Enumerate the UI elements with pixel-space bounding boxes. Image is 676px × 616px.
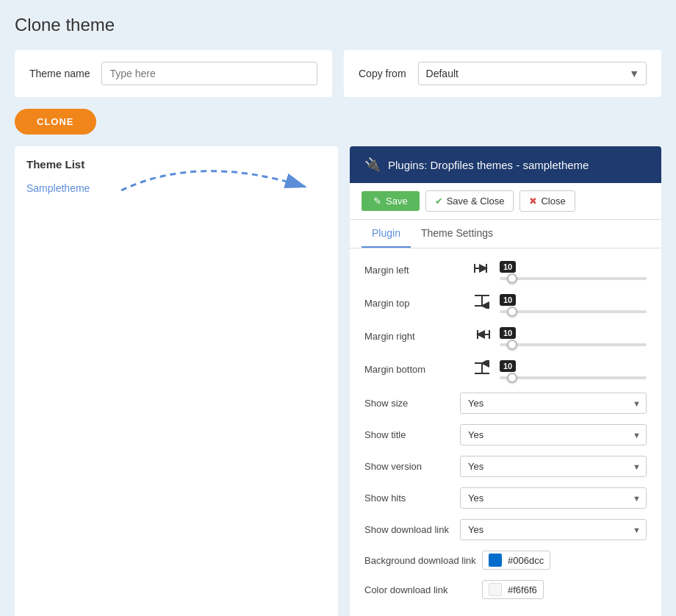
save-close-button[interactable]: ✔ Save & Close (425, 190, 514, 212)
margin-right-label: Margin right (364, 331, 460, 342)
show-hits-select[interactable]: YesNo (460, 487, 647, 509)
show-title-select-wrapper: YesNo ▼ (460, 424, 647, 445)
theme-list-panel: Theme List Sampletheme (15, 146, 338, 616)
margin-right-control: 10 (472, 326, 647, 346)
margin-left-control: 10 (472, 260, 647, 280)
show-download-link-select-wrapper: YesNo ▼ (460, 519, 647, 540)
margin-top-slider[interactable]: 10 (500, 293, 647, 313)
margin-bottom-icon (472, 360, 492, 379)
color-download-link-swatch (489, 583, 502, 596)
copy-from-select-wrapper: Default Sampletheme ▼ (418, 62, 647, 85)
page-title: Clone theme (15, 15, 661, 35)
margin-right-icon (472, 327, 492, 345)
margin-right-slider[interactable]: 10 (500, 326, 647, 346)
margin-bottom-value: 10 (500, 360, 516, 372)
margin-bottom-row: Margin bottom 10 (364, 359, 647, 379)
plugin-toolbar: ✎ Save ✔ Save & Close ✖ Close (350, 183, 661, 220)
tab-theme-settings[interactable]: Theme Settings (411, 220, 503, 248)
show-hits-select-wrapper: YesNo ▼ (460, 487, 647, 509)
copy-from-select[interactable]: Default Sampletheme (418, 62, 647, 85)
plugin-panel: 🔌 Plugins: Dropfiles themes - samplethem… (350, 146, 661, 616)
close-label: Close (541, 196, 565, 207)
color-download-link-hex: #f6f6f6 (508, 584, 537, 595)
margin-bottom-control: 10 (472, 359, 647, 379)
show-title-label: Show title (364, 429, 460, 440)
show-size-row: Show size YesNo ▼ (364, 393, 647, 414)
bg-download-link-swatch (489, 554, 502, 567)
clone-button[interactable]: CLONE (15, 109, 96, 135)
show-hits-label: Show hits (364, 493, 460, 504)
save-button[interactable]: ✎ Save (362, 191, 420, 211)
show-size-select[interactable]: YesNo (460, 393, 647, 414)
margin-right-row: Margin right 10 (364, 326, 647, 346)
margin-bottom-slider[interactable]: 10 (500, 359, 647, 379)
show-size-select-wrapper: YesNo ▼ (460, 393, 647, 414)
show-version-label: Show version (364, 461, 460, 472)
show-hits-row: Show hits YesNo ▼ (364, 487, 647, 509)
color-download-link-color-picker[interactable]: #f6f6f6 (482, 580, 544, 599)
show-download-link-row: Show download link YesNo ▼ (364, 519, 647, 540)
save-close-label: Save & Close (447, 196, 505, 207)
show-version-select-wrapper: YesNo ▼ (460, 456, 647, 477)
save-label: Save (386, 196, 408, 207)
bg-download-link-row: Background download link #006dcc (364, 551, 647, 570)
margin-top-label: Margin top (364, 298, 460, 309)
copy-from-label: Copy from (359, 68, 406, 79)
margin-left-row: Margin left 10 (364, 260, 647, 280)
show-download-link-select[interactable]: YesNo (460, 519, 647, 540)
show-title-row: Show title YesNo ▼ (364, 424, 647, 445)
margin-left-icon (472, 261, 492, 279)
bg-download-link-label: Background download link (364, 555, 482, 566)
plugin-content: Margin left 10 (350, 248, 661, 616)
plugin-tabs: Plugin Theme Settings (350, 220, 661, 248)
theme-item-name: Sampletheme (26, 182, 90, 194)
plugin-header: 🔌 Plugins: Dropfiles themes - samplethem… (350, 146, 661, 183)
plugin-icon: 🔌 (364, 157, 381, 173)
save-icon: ✎ (373, 196, 381, 207)
bg-download-link-hex: #006dcc (508, 555, 544, 566)
color-download-link-row: Color download link #f6f6f6 (364, 580, 647, 599)
margin-right-value: 10 (500, 327, 516, 339)
margin-top-icon (472, 294, 492, 312)
margin-left-label: Margin left (364, 265, 460, 276)
margin-top-row: Margin top 10 (364, 293, 647, 313)
theme-name-input[interactable] (101, 62, 317, 85)
copy-from-card: Copy from Default Sampletheme ▼ (344, 50, 661, 97)
bg-download-link-color-picker[interactable]: #006dcc (482, 551, 550, 570)
x-icon: ✖ (529, 196, 537, 207)
main-area: Theme List Sampletheme 🔌 Plugins: Dropfi… (15, 146, 661, 616)
show-size-label: Show size (364, 398, 460, 409)
theme-name-label: Theme name (29, 68, 90, 79)
theme-name-card: Theme name (15, 50, 332, 97)
color-download-link-label: Color download link (364, 584, 482, 595)
list-item[interactable]: Sampletheme (26, 179, 326, 197)
tab-plugin[interactable]: Plugin (362, 220, 411, 248)
show-version-select[interactable]: YesNo (460, 456, 647, 477)
plugin-header-title: Plugins: Dropfiles themes - sampletheme (388, 159, 589, 171)
show-download-link-label: Show download link (364, 524, 460, 535)
margin-left-value: 10 (500, 261, 516, 273)
theme-list-title: Theme List (26, 158, 326, 171)
margin-top-value: 10 (500, 294, 516, 306)
margin-top-control: 10 (472, 293, 647, 313)
show-title-select[interactable]: YesNo (460, 424, 647, 445)
margin-bottom-label: Margin bottom (364, 364, 460, 375)
margin-left-slider[interactable]: 10 (500, 260, 647, 280)
check-icon: ✔ (435, 196, 443, 207)
show-version-row: Show version YesNo ▼ (364, 456, 647, 477)
close-button[interactable]: ✖ Close (519, 190, 575, 212)
